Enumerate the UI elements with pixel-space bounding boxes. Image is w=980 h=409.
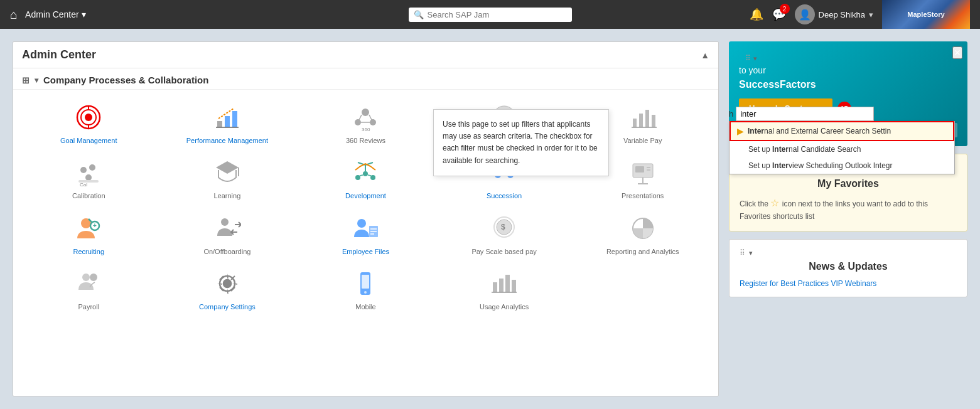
result-text-2: Set up Internal Candidate Search [748, 145, 861, 154]
search-result-item-1[interactable]: ▶ Internal and External Career Search Se… [730, 121, 954, 141]
news-chevron[interactable]: ▾ [749, 249, 753, 257]
svg-point-68 [364, 291, 367, 294]
home-icon[interactable]: ⌂ [10, 8, 18, 22]
notifications-icon[interactable]: 💬 2 [772, 8, 786, 21]
payroll-label: Payroll [78, 302, 99, 311]
svg-point-30 [363, 171, 368, 176]
company-settings-item[interactable]: Company Settings [158, 262, 297, 317]
reporting-analytics-icon [628, 213, 658, 243]
mobile-label: Mobile [355, 302, 375, 311]
right-sidebar: ⠿ ▾ to your SuccessFactors Upgrade Cente… [729, 41, 967, 396]
onoffboarding-icon [212, 213, 242, 243]
user-dropdown-chevron: ▾ [869, 10, 873, 19]
svg-point-63 [90, 274, 97, 281]
banner-text: MapleStory [907, 11, 944, 18]
grid-view-icon[interactable]: ⊞ [22, 75, 30, 85]
result-text-1: Internal and External Career Search Sett… [748, 127, 891, 135]
development-item[interactable]: Development [296, 151, 435, 206]
pay-scale-icon: $ [489, 213, 519, 243]
usage-analytics-item[interactable]: Usage Analytics [435, 262, 574, 317]
payroll-item[interactable]: Payroll [19, 262, 158, 317]
search-result-item-3[interactable]: Set up Interview Scheduling Outlook Inte… [730, 157, 954, 174]
pay-scale-item[interactable]: $ Pay Scale based pay [435, 207, 574, 262]
result-text-3: Set up Interview Scheduling Outlook Inte… [748, 161, 892, 170]
svg-point-23 [80, 167, 87, 173]
svg-point-53 [357, 219, 366, 228]
bell-icon[interactable]: 🔔 [750, 8, 763, 21]
recruiting-icon: + [73, 213, 104, 243]
search-row: h [729, 107, 955, 121]
svg-rect-18 [633, 119, 637, 127]
recruiting-item[interactable]: + Recruiting [19, 207, 158, 262]
favorites-text1: Click the [740, 199, 768, 208]
global-search-bar[interactable]: 🔍 [409, 8, 572, 22]
admin-center-title: Admin Center [22, 48, 96, 61]
svg-point-32 [370, 175, 375, 180]
icon-grid: Goal Management Performance Management [13, 90, 718, 324]
calibration-icon: Cal [73, 157, 104, 188]
performance-management-item[interactable]: Performance Management [158, 96, 297, 151]
svg-line-12 [359, 115, 362, 120]
search-result-item-2[interactable]: Set up Internal Candidate Search [730, 141, 954, 157]
svg-text:+: + [93, 222, 97, 229]
global-search-input[interactable] [428, 10, 567, 19]
avatar: 👤 [795, 4, 815, 24]
notification-badge: 2 [780, 4, 790, 14]
goal-management-item[interactable]: Goal Management [19, 96, 158, 151]
maple-story-banner[interactable]: MapleStory [882, 0, 970, 29]
news-link[interactable]: Register for Best Practices VIP Webinars [740, 279, 876, 288]
svg-rect-19 [639, 114, 643, 127]
section-title: Company Processes & Collaboration [43, 75, 208, 85]
svg-rect-67 [362, 275, 369, 289]
calibration-label: Calibration [72, 191, 105, 200]
news-title: News & Updates [740, 261, 957, 272]
360-reviews-icon: 360 [350, 102, 380, 132]
section-dropdown-icon[interactable]: ▾ [35, 76, 38, 85]
favorites-title: My Favorites [740, 178, 957, 189]
reporting-analytics-item[interactable]: Reporting and Analytics [573, 207, 712, 262]
widget-close-button[interactable]: ✕ [952, 46, 962, 59]
learning-item[interactable]: Learning [158, 151, 297, 206]
svg-rect-7 [232, 111, 237, 127]
admin-center-chevron: ▾ [82, 9, 86, 19]
upgrade-widget-text: to your SuccessFactors [739, 64, 957, 92]
admin-center-dropdown[interactable]: Admin Center ▾ [25, 9, 86, 19]
upgrade-text2: SuccessFactors [739, 79, 816, 90]
presentations-label: Presentations [622, 191, 664, 200]
svg-rect-27 [78, 180, 99, 183]
svg-point-9 [362, 109, 369, 116]
recruiting-label: Recruiting [73, 247, 105, 256]
svg-point-11 [370, 119, 376, 125]
svg-rect-6 [225, 116, 230, 127]
svg-text:$: $ [501, 223, 505, 231]
onoffboarding-label: On/Offboarding [203, 247, 250, 256]
tooltip-box: Use this page to set up filters that app… [433, 109, 609, 176]
pay-scale-label: Pay Scale based pay [471, 247, 536, 256]
company-settings-label: Company Settings [199, 302, 256, 311]
360-reviews-item[interactable]: 360 360 Reviews [296, 96, 435, 151]
calibration-item[interactable]: Cal Calibration [19, 151, 158, 206]
onoffboarding-item[interactable]: On/Offboarding [158, 207, 297, 262]
variable-pay-icon [628, 102, 658, 132]
favorites-text: Click the ☆ icon next to the links you w… [740, 196, 957, 222]
panel-collapse-btn[interactable]: ▲ [701, 50, 709, 60]
succession-label: Succession [487, 191, 522, 200]
variable-pay-label: Variable Pay [623, 136, 662, 145]
employee-files-item[interactable]: Employee Files [296, 207, 435, 262]
svg-point-25 [85, 174, 92, 181]
mobile-item[interactable]: Mobile [296, 262, 435, 317]
svg-rect-72 [512, 280, 516, 292]
panel-header: Admin Center ▲ [13, 42, 718, 68]
widget-chevron[interactable]: ▾ [753, 55, 757, 63]
performance-management-label: Performance Management [186, 136, 268, 145]
svg-marker-28 [216, 161, 239, 174]
upgrade-text1: to your [739, 65, 766, 75]
search-filter-input[interactable] [736, 107, 874, 121]
search-dropdown: ▶ Internal and External Career Search Se… [729, 121, 955, 174]
section-header: ⊞ ▾ Company Processes & Collaboration [13, 68, 718, 90]
svg-rect-70 [499, 279, 503, 292]
svg-point-2 [85, 114, 92, 121]
user-avatar-area[interactable]: 👤 Deep Shikha ▾ [795, 4, 873, 24]
development-label: Development [345, 191, 386, 200]
svg-point-50 [221, 218, 229, 226]
